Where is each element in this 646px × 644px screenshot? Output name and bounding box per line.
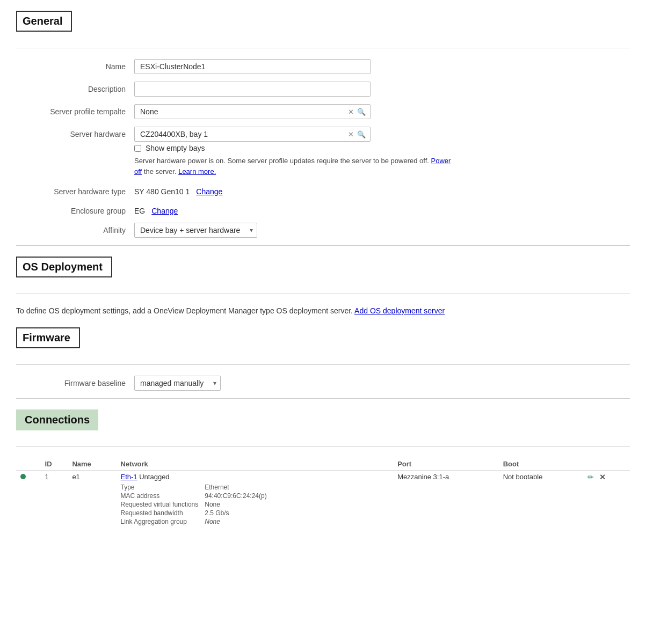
show-empty-bays-checkbox[interactable] [134,145,141,152]
connection-sub-table: Type Ethernet MAC address 94:40:C9:6C:24… [121,483,270,526]
connection-port: Mezzanine 3:1-a [397,473,495,481]
col-network: Network [117,458,394,471]
table-row: 1 e1 Eth-1 Untagged Type Ethe [16,471,630,529]
sub-value-type: Ethernet [205,483,270,492]
sub-row-rvf: Requested virtual functions None [121,500,270,509]
server-hardware-control: ✕ 🔍 Show empty bays Server hardware powe… [134,127,630,177]
description-label: Description [16,82,134,93]
connection-status-dot-cell [16,471,41,529]
connection-id-cell: 1 [41,471,68,529]
power-info-text: Server hardware power is on. Some server… [134,156,456,177]
sub-value-rvf: None [205,500,270,509]
enclosure-group-value-area: EG Change [134,203,630,215]
description-control [134,82,630,97]
connection-id: 1 [45,473,64,481]
server-profile-template-input[interactable] [135,105,348,119]
affinity-control: Device bay + server hardware Device bay [134,223,630,238]
enclosure-group-control: EG Change [134,203,630,215]
connection-delete-icon[interactable]: ✕ [599,473,606,481]
general-section-header: General [16,11,72,32]
server-hardware-clear-icon[interactable]: ✕ [348,130,354,138]
col-boot: Boot [499,458,583,471]
name-label: Name [16,59,134,71]
connection-name: e1 [72,473,112,481]
server-hardware-search-icon[interactable]: 🔍 [357,130,366,138]
description-row: Description [16,82,630,97]
enclosure-group-row: Enclosure group EG Change [16,203,630,215]
name-input[interactable] [134,59,371,74]
server-hardware-type-change-link[interactable]: Change [196,187,222,196]
os-deployment-description: To define OS deployment settings, add a … [16,305,630,317]
affinity-select-wrapper[interactable]: Device bay + server hardware Device bay [134,223,257,238]
description-input[interactable] [134,82,371,97]
server-profile-template-input-wrapper[interactable]: ✕ 🔍 [134,104,371,119]
server-hardware-type-control: SY 480 Gen10 1 Change [134,184,630,196]
server-hardware-type-value: SY 480 Gen10 1 [134,187,190,196]
server-hardware-label: Server hardware [16,127,134,138]
col-id: ID [41,458,68,471]
connections-section-header: Connections [16,409,98,430]
show-empty-bays-label: Show empty bays [146,144,205,152]
connection-actions-cell: ✏ ✕ [583,471,630,529]
col-name: Name [68,458,116,471]
os-deployment-section-header: OS Deployment [16,257,112,277]
affinity-label: Affinity [16,223,134,235]
learn-more-link[interactable]: Learn more. [178,167,216,175]
server-profile-template-search-icon[interactable]: 🔍 [357,108,366,116]
connection-name-cell: e1 [68,471,116,529]
sub-row-type: Type Ethernet [121,483,270,492]
server-hardware-type-row: Server hardware type SY 480 Gen10 1 Chan… [16,184,630,196]
name-row: Name [16,59,630,74]
server-profile-template-control: ✕ 🔍 [134,104,630,119]
connection-network: Eth-1 Untagged [121,473,389,481]
sub-value-lag: None [205,517,270,526]
sub-label-rvf: Requested virtual functions [121,500,205,509]
eth-link[interactable]: Eth-1 [121,473,137,481]
server-profile-template-label: Server profile tempalte [16,104,134,116]
firmware-baseline-select-wrapper[interactable]: managed manually SPP 2022.03 SPP 2021.11 [134,376,221,391]
firmware-baseline-control: managed manually SPP 2022.03 SPP 2021.11 [134,376,630,391]
connection-boot-cell: Not bootable [499,471,583,529]
connection-edit-icon[interactable]: ✏ [587,473,594,481]
connections-table: ID Name Network Port Boot 1 [16,458,630,528]
server-profile-template-row: Server profile tempalte ✕ 🔍 [16,104,630,119]
sub-label-mac: MAC address [121,492,205,500]
enclosure-group-change-link[interactable]: Change [151,207,178,215]
sub-label-type: Type [121,483,205,492]
server-hardware-input-wrapper[interactable]: ✕ 🔍 [134,127,371,142]
server-hardware-input[interactable] [135,127,348,141]
server-hardware-icons: ✕ 🔍 [348,130,370,138]
sub-row-lag: Link Aggregation group None [121,517,270,526]
server-hardware-row: Server hardware ✕ 🔍 Show empty bays Serv… [16,127,630,177]
firmware-baseline-label: Firmware baseline [16,376,134,387]
name-control [134,59,630,74]
connection-network-extra: Untagged [139,473,169,481]
sub-value-bandwidth: 2.5 Gb/s [205,509,270,517]
server-hardware-type-value-area: SY 480 Gen10 1 Change [134,184,630,196]
sub-label-bandwidth: Requested bandwidth [121,509,205,517]
sub-label-lag: Link Aggregation group [121,517,205,526]
connections-table-header-row: ID Name Network Port Boot [16,458,630,471]
connection-network-cell: Eth-1 Untagged Type Ethernet MAC address… [117,471,394,529]
server-hardware-type-label: Server hardware type [16,184,134,196]
col-status [16,458,41,471]
server-profile-template-icons: ✕ 🔍 [348,108,370,116]
connection-port-cell: Mezzanine 3:1-a [393,471,499,529]
firmware-baseline-row: Firmware baseline managed manually SPP 2… [16,376,630,391]
sub-row-bandwidth: Requested bandwidth 2.5 Gb/s [121,509,270,517]
firmware-baseline-select[interactable]: managed manually SPP 2022.03 SPP 2021.11 [134,376,221,391]
server-profile-template-clear-icon[interactable]: ✕ [348,108,354,116]
show-empty-bays-row: Show empty bays [134,144,630,152]
enclosure-group-label: Enclosure group [16,203,134,215]
affinity-select[interactable]: Device bay + server hardware Device bay [134,223,257,238]
enclosure-group-value: EG [134,207,145,215]
col-port: Port [393,458,499,471]
sub-row-mac: MAC address 94:40:C9:6C:24:24(p) [121,492,270,500]
sub-value-mac: 94:40:C9:6C:24:24(p) [205,492,270,500]
col-actions [583,458,630,471]
connection-boot: Not bootable [503,473,579,481]
firmware-section-header: Firmware [16,327,80,348]
affinity-row: Affinity Device bay + server hardware De… [16,223,630,238]
add-os-deployment-server-link[interactable]: Add OS deployment server [354,306,445,315]
connection-status-dot [20,474,26,479]
